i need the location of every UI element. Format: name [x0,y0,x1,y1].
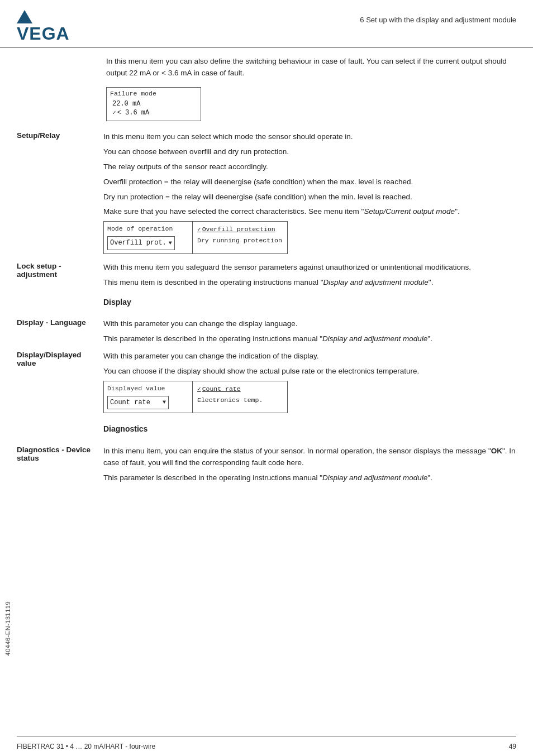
display-language-content: With this parameter you can change the d… [103,318,516,345]
displayed-value-ui: Displayed value Count rate ▼ Count rate … [103,381,516,413]
mode-dropdown-row: Overfill prot. ▼ [107,236,189,250]
footer-right: 49 [509,743,516,750]
diagnostics-subheading: Diagnostics [103,423,516,436]
footer-divider [17,736,516,737]
display-heading-row: Display [17,294,516,313]
lock-setup-row: Lock setup - adjustment With this menu i… [17,262,516,289]
mode-dropdown[interactable]: Overfill prot. ▼ [107,236,175,250]
mode-option-dryrun: Dry running protection [196,235,284,246]
display-displayed-para1: With this parameter you can change the i… [103,351,516,362]
mode-dropdown-arrow-icon: ▼ [169,239,172,248]
footer-left: FIBERTRAC 31 • 4 … 20 mA/HART - four-wir… [17,743,155,750]
display-displayed-label: Display/Displayed value [17,351,103,367]
display-displayed-row: Display/Displayed value With this parame… [17,351,516,415]
lock-setup-content: With this menu item you safeguard the se… [103,262,516,289]
display-language-para1: With this parameter you can change the d… [103,318,516,330]
failure-option-36ma: < 3.6 mA [110,108,197,117]
logo-triangle-icon [17,10,32,23]
setup-relay-label: Setup/Relay [17,131,103,140]
failure-mode-title: Failure mode [110,90,197,97]
main-content: In this menu item you can also define th… [0,48,533,501]
setup-relay-para2: You can choose between overfill and dry … [103,146,516,158]
displayed-value-option-electronics: Electronics temp. [196,395,284,406]
displayed-value-right-panel: Count rate Electronics temp. [193,381,288,413]
display-displayed-para2: You can choose if the display should sho… [103,366,516,377]
diagnostics-device-para1: In this menu item, you can enquire the s… [103,446,516,469]
diagnostics-device-content: In this menu item, you can enquire the s… [103,446,516,484]
mode-dropdown-label: Overfill prot. [110,238,166,248]
chapter-title: 6 Set up with the display and adjustment… [84,10,516,24]
mode-option-overfill: Overfill protection [196,224,284,235]
page-footer: FIBERTRAC 31 • 4 … 20 mA/HART - four-wir… [17,743,516,750]
mode-operation-left-panel: Mode of operation Overfill prot. ▼ [103,221,193,253]
setup-relay-para4: Overfill protection = the relay will dee… [103,176,516,188]
diagnostics-device-label: Diagnostics - Device status [17,446,103,462]
displayed-value-left-panel: Displayed value Count rate ▼ [103,381,193,413]
setup-relay-row: Setup/Relay In this menu item you can se… [17,131,516,256]
failure-mode-intro: In this menu item you can also define th… [106,56,516,79]
displayed-value-panels: Displayed value Count rate ▼ Count rate … [103,381,516,413]
lock-setup-para2: This menu item is described in the opera… [103,277,516,289]
failure-mode-ui-box: Failure mode 22.0 mA < 3.6 mA [106,87,201,121]
display-displayed-content: With this parameter you can change the i… [103,351,516,415]
display-language-label: Display - Language [17,318,103,327]
diagnostics-device-para2: This parameter is described in the opera… [103,472,516,484]
displayed-value-option-countrate: Count rate [196,384,284,395]
setup-relay-para6: Make sure that you have selected the cor… [103,206,516,218]
display-language-row: Display - Language With this parameter y… [17,318,516,345]
displayed-value-title: Displayed value [107,384,189,394]
displayed-value-arrow-icon: ▼ [163,398,166,407]
mode-operation-right-panel: Overfill protection Dry running protecti… [193,221,288,253]
mode-operation-panels: Mode of operation Overfill prot. ▼ Overf… [103,221,516,253]
lock-setup-label: Lock setup - adjustment [17,262,103,279]
mode-operation-title: Mode of operation [107,224,189,234]
display-language-para2: This parameter is described in the opera… [103,333,516,345]
page-header: VEGA 6 Set up with the display and adjus… [0,0,533,48]
sidebar-label: 40446-EN-131119 [4,601,11,655]
diagnostics-heading-row: Diagnostics [17,421,516,440]
diagnostics-device-row: Diagnostics - Device status In this menu… [17,446,516,484]
lock-setup-para1: With this menu item you safeguard the se… [103,262,516,274]
setup-relay-para3: The relay outputs of the sensor react ac… [103,161,516,173]
mode-operation-ui: Mode of operation Overfill prot. ▼ Overf… [103,221,516,253]
displayed-value-dropdown-label: Count rate [110,398,150,408]
setup-relay-para5: Dry run protection = the relay will deen… [103,192,516,203]
display-subheading: Display [103,296,516,309]
displayed-value-dropdown-row: Count rate ▼ [107,396,189,410]
failure-mode-box-wrap: Failure mode 22.0 mA < 3.6 mA [106,87,516,123]
failure-option-22ma: 22.0 mA [110,99,197,108]
setup-relay-content: In this menu item you can select which m… [103,131,516,256]
displayed-value-dropdown[interactable]: Count rate ▼ [107,396,169,410]
logo-text: VEGA [17,23,70,44]
logo-area: VEGA [17,10,84,44]
setup-relay-para1: In this menu item you can select which m… [103,131,516,143]
